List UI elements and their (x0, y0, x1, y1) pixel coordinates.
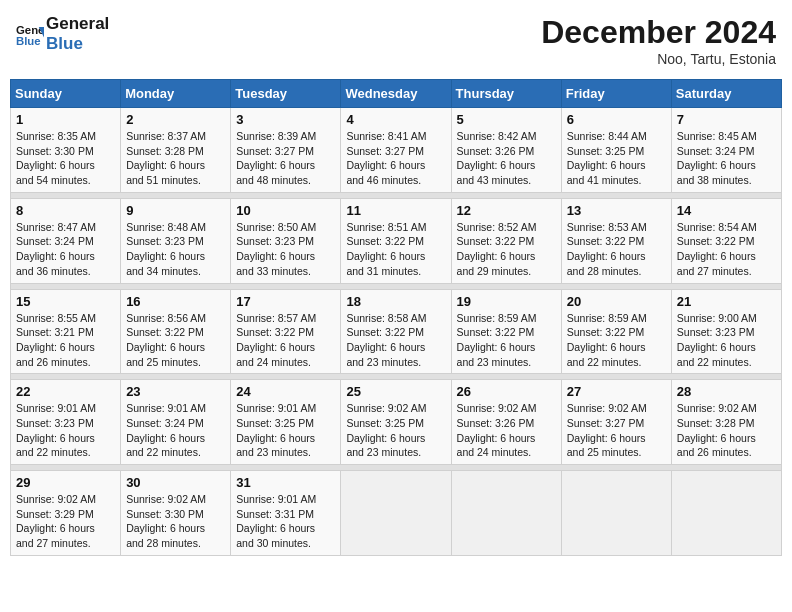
day-info: Sunrise: 8:51 AM Sunset: 3:22 PM Dayligh… (346, 220, 445, 279)
day-info: Sunrise: 9:01 AM Sunset: 3:31 PM Dayligh… (236, 492, 335, 551)
day-number: 6 (567, 112, 666, 127)
calendar-cell: 17Sunrise: 8:57 AM Sunset: 3:22 PM Dayli… (231, 289, 341, 374)
day-info: Sunrise: 8:48 AM Sunset: 3:23 PM Dayligh… (126, 220, 225, 279)
calendar-cell: 22Sunrise: 9:01 AM Sunset: 3:23 PM Dayli… (11, 380, 121, 465)
calendar-cell: 3Sunrise: 8:39 AM Sunset: 3:27 PM Daylig… (231, 108, 341, 193)
day-number: 13 (567, 203, 666, 218)
day-number: 2 (126, 112, 225, 127)
calendar-cell: 1Sunrise: 8:35 AM Sunset: 3:30 PM Daylig… (11, 108, 121, 193)
day-number: 12 (457, 203, 556, 218)
day-number: 19 (457, 294, 556, 309)
day-info: Sunrise: 8:53 AM Sunset: 3:22 PM Dayligh… (567, 220, 666, 279)
day-number: 16 (126, 294, 225, 309)
day-info: Sunrise: 9:02 AM Sunset: 3:29 PM Dayligh… (16, 492, 115, 551)
day-info: Sunrise: 8:56 AM Sunset: 3:22 PM Dayligh… (126, 311, 225, 370)
day-number: 23 (126, 384, 225, 399)
day-info: Sunrise: 9:02 AM Sunset: 3:30 PM Dayligh… (126, 492, 225, 551)
day-info: Sunrise: 8:59 AM Sunset: 3:22 PM Dayligh… (567, 311, 666, 370)
calendar-cell (341, 471, 451, 556)
calendar-cell: 21Sunrise: 9:00 AM Sunset: 3:23 PM Dayli… (671, 289, 781, 374)
day-header-saturday: Saturday (671, 80, 781, 108)
day-info: Sunrise: 9:01 AM Sunset: 3:23 PM Dayligh… (16, 401, 115, 460)
day-info: Sunrise: 8:41 AM Sunset: 3:27 PM Dayligh… (346, 129, 445, 188)
day-number: 25 (346, 384, 445, 399)
day-info: Sunrise: 8:47 AM Sunset: 3:24 PM Dayligh… (16, 220, 115, 279)
calendar-cell: 24Sunrise: 9:01 AM Sunset: 3:25 PM Dayli… (231, 380, 341, 465)
day-header-wednesday: Wednesday (341, 80, 451, 108)
day-number: 1 (16, 112, 115, 127)
day-info: Sunrise: 9:01 AM Sunset: 3:25 PM Dayligh… (236, 401, 335, 460)
calendar-cell: 2Sunrise: 8:37 AM Sunset: 3:28 PM Daylig… (121, 108, 231, 193)
month-title: December 2024 (541, 14, 776, 51)
calendar-cell (561, 471, 671, 556)
day-number: 26 (457, 384, 556, 399)
calendar-cell: 4Sunrise: 8:41 AM Sunset: 3:27 PM Daylig… (341, 108, 451, 193)
day-number: 8 (16, 203, 115, 218)
logo: General Blue General Blue (16, 14, 109, 55)
day-number: 15 (16, 294, 115, 309)
day-number: 21 (677, 294, 776, 309)
calendar-cell: 19Sunrise: 8:59 AM Sunset: 3:22 PM Dayli… (451, 289, 561, 374)
calendar-cell: 12Sunrise: 8:52 AM Sunset: 3:22 PM Dayli… (451, 198, 561, 283)
day-info: Sunrise: 8:44 AM Sunset: 3:25 PM Dayligh… (567, 129, 666, 188)
day-info: Sunrise: 8:57 AM Sunset: 3:22 PM Dayligh… (236, 311, 335, 370)
calendar-cell: 26Sunrise: 9:02 AM Sunset: 3:26 PM Dayli… (451, 380, 561, 465)
day-info: Sunrise: 9:02 AM Sunset: 3:28 PM Dayligh… (677, 401, 776, 460)
day-info: Sunrise: 8:55 AM Sunset: 3:21 PM Dayligh… (16, 311, 115, 370)
calendar-table: SundayMondayTuesdayWednesdayThursdayFrid… (10, 79, 782, 556)
calendar-cell: 8Sunrise: 8:47 AM Sunset: 3:24 PM Daylig… (11, 198, 121, 283)
day-number: 5 (457, 112, 556, 127)
day-info: Sunrise: 8:58 AM Sunset: 3:22 PM Dayligh… (346, 311, 445, 370)
day-number: 9 (126, 203, 225, 218)
calendar-week-5: 29Sunrise: 9:02 AM Sunset: 3:29 PM Dayli… (11, 471, 782, 556)
location: Noo, Tartu, Estonia (541, 51, 776, 67)
day-info: Sunrise: 8:35 AM Sunset: 3:30 PM Dayligh… (16, 129, 115, 188)
day-number: 20 (567, 294, 666, 309)
day-info: Sunrise: 9:02 AM Sunset: 3:27 PM Dayligh… (567, 401, 666, 460)
day-number: 7 (677, 112, 776, 127)
calendar-cell: 27Sunrise: 9:02 AM Sunset: 3:27 PM Dayli… (561, 380, 671, 465)
page-header: General Blue General Blue December 2024 … (10, 10, 782, 71)
day-header-sunday: Sunday (11, 80, 121, 108)
calendar-cell: 20Sunrise: 8:59 AM Sunset: 3:22 PM Dayli… (561, 289, 671, 374)
calendar-cell: 15Sunrise: 8:55 AM Sunset: 3:21 PM Dayli… (11, 289, 121, 374)
day-number: 3 (236, 112, 335, 127)
day-number: 17 (236, 294, 335, 309)
day-info: Sunrise: 8:37 AM Sunset: 3:28 PM Dayligh… (126, 129, 225, 188)
calendar-cell: 16Sunrise: 8:56 AM Sunset: 3:22 PM Dayli… (121, 289, 231, 374)
calendar-cell: 31Sunrise: 9:01 AM Sunset: 3:31 PM Dayli… (231, 471, 341, 556)
calendar-cell: 30Sunrise: 9:02 AM Sunset: 3:30 PM Dayli… (121, 471, 231, 556)
day-number: 31 (236, 475, 335, 490)
day-info: Sunrise: 8:52 AM Sunset: 3:22 PM Dayligh… (457, 220, 556, 279)
calendar-cell: 25Sunrise: 9:02 AM Sunset: 3:25 PM Dayli… (341, 380, 451, 465)
day-info: Sunrise: 8:50 AM Sunset: 3:23 PM Dayligh… (236, 220, 335, 279)
day-info: Sunrise: 9:01 AM Sunset: 3:24 PM Dayligh… (126, 401, 225, 460)
logo-general: General (46, 14, 109, 34)
calendar-cell: 29Sunrise: 9:02 AM Sunset: 3:29 PM Dayli… (11, 471, 121, 556)
calendar-cell: 18Sunrise: 8:58 AM Sunset: 3:22 PM Dayli… (341, 289, 451, 374)
day-info: Sunrise: 8:42 AM Sunset: 3:26 PM Dayligh… (457, 129, 556, 188)
logo-icon: General Blue (16, 20, 44, 48)
day-number: 4 (346, 112, 445, 127)
day-number: 30 (126, 475, 225, 490)
day-header-monday: Monday (121, 80, 231, 108)
calendar-cell: 5Sunrise: 8:42 AM Sunset: 3:26 PM Daylig… (451, 108, 561, 193)
day-number: 18 (346, 294, 445, 309)
svg-text:Blue: Blue (16, 35, 41, 47)
day-info: Sunrise: 9:02 AM Sunset: 3:25 PM Dayligh… (346, 401, 445, 460)
day-number: 14 (677, 203, 776, 218)
calendar-cell: 10Sunrise: 8:50 AM Sunset: 3:23 PM Dayli… (231, 198, 341, 283)
day-info: Sunrise: 8:59 AM Sunset: 3:22 PM Dayligh… (457, 311, 556, 370)
day-number: 10 (236, 203, 335, 218)
title-block: December 2024 Noo, Tartu, Estonia (541, 14, 776, 67)
calendar-cell: 7Sunrise: 8:45 AM Sunset: 3:24 PM Daylig… (671, 108, 781, 193)
calendar-week-2: 8Sunrise: 8:47 AM Sunset: 3:24 PM Daylig… (11, 198, 782, 283)
calendar-cell: 14Sunrise: 8:54 AM Sunset: 3:22 PM Dayli… (671, 198, 781, 283)
calendar-week-3: 15Sunrise: 8:55 AM Sunset: 3:21 PM Dayli… (11, 289, 782, 374)
day-info: Sunrise: 9:02 AM Sunset: 3:26 PM Dayligh… (457, 401, 556, 460)
day-info: Sunrise: 8:45 AM Sunset: 3:24 PM Dayligh… (677, 129, 776, 188)
calendar-cell: 13Sunrise: 8:53 AM Sunset: 3:22 PM Dayli… (561, 198, 671, 283)
day-info: Sunrise: 9:00 AM Sunset: 3:23 PM Dayligh… (677, 311, 776, 370)
calendar-cell (671, 471, 781, 556)
day-number: 27 (567, 384, 666, 399)
